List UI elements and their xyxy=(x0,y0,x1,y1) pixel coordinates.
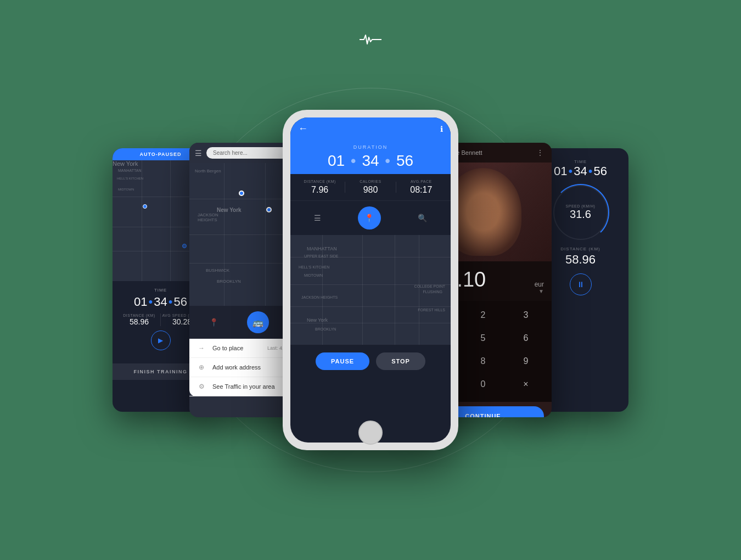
cp-road-h3 xyxy=(290,306,451,307)
cp-midtown: MIDTOWN xyxy=(304,273,323,277)
cp-pace-stat: AVG.PACE 08:17 xyxy=(396,180,446,195)
road-v2 xyxy=(170,160,171,281)
lm-arrow-icon: → xyxy=(197,344,206,352)
cp-road-v2 xyxy=(362,235,363,345)
fl-hells-kitchen: HELL'S KITCHEN xyxy=(117,177,143,180)
cp-map: MANHATTAN UPPER EAST SIDE HELL'S KITCHEN… xyxy=(290,235,451,345)
lm-bushwick: BUSHWICK xyxy=(206,268,229,273)
fr-speed-gauge: SPEED (KM/H) 31.6 xyxy=(553,185,608,240)
pause-button[interactable]: PAUSE xyxy=(316,352,369,370)
cp-brooklyn: BROOKLYN xyxy=(315,327,336,331)
lm-add-work-label: Add work address xyxy=(212,364,261,371)
cp-college-point: COLLEGE POINT xyxy=(414,284,445,288)
phone-center: ← ℹ DURATION 01 • 34 • 56 DISTANCE (KM) … xyxy=(283,110,458,450)
lm-new-york-label: New York xyxy=(217,207,242,213)
lm-traffic-icon: ⚙ xyxy=(197,383,206,390)
lm-brooklyn: BROOKLYN xyxy=(217,279,241,284)
cp-road-v4 xyxy=(419,235,419,345)
rp-key-9[interactable]: 9 xyxy=(512,351,540,371)
lm-road-v2 xyxy=(265,163,266,306)
rp-currency-code[interactable]: eur xyxy=(535,281,544,288)
cp-hells-kitchen: HELL'S KITCHEN xyxy=(299,265,329,269)
cp-duration: DURATION 01 • 34 • 56 xyxy=(290,140,451,174)
cp-jackson: JACKSON HEIGHTS xyxy=(301,295,338,299)
lm-pin2 xyxy=(266,207,272,212)
cp-location-active[interactable]: 📍 xyxy=(358,206,381,229)
lm-car-active[interactable]: 🚌 xyxy=(247,311,269,333)
rp-key-delete[interactable]: × xyxy=(512,374,540,394)
cp-list-icon[interactable]: ☰ xyxy=(314,214,321,222)
cp-manhattan: MANHATTAN xyxy=(307,246,337,251)
cp-duration-label: DURATION xyxy=(295,144,446,150)
lm-jackson: JACKSONHEIGHTS xyxy=(198,212,218,222)
lm-work-icon: ⊕ xyxy=(197,363,206,371)
fl-dot2 xyxy=(182,244,187,248)
cp-search-icon[interactable]: 🔍 xyxy=(418,214,427,222)
stop-button[interactable]: STOP xyxy=(376,352,425,370)
cp-road-v3 xyxy=(395,235,395,345)
cp-road-h4 xyxy=(290,323,451,323)
hamburger-icon[interactable]: ☰ xyxy=(195,149,202,158)
fl-distance-block: DISTANCE (KM) 58.96 xyxy=(118,313,160,326)
rp-more-icon[interactable]: ⋮ xyxy=(536,148,544,157)
cp-toolbar: ☰ 📍 🔍 xyxy=(290,200,451,235)
phone-home-button[interactable] xyxy=(358,421,383,445)
cp-stats-bar: DISTANCE (KM) 7.96 CALORIES 980 AVG.PACE… xyxy=(290,174,451,200)
cp-upper-east: UPPER EAST SIDE xyxy=(304,254,339,258)
cp-forest-hills: FOREST HILLS xyxy=(418,308,445,312)
cp-info-icon[interactable]: ℹ xyxy=(440,125,443,133)
cp-new-york: New York xyxy=(307,317,328,323)
fr-pause-button[interactable]: ⏸ xyxy=(570,273,592,295)
cp-distance-stat: DISTANCE (KM) 7.96 xyxy=(295,180,345,195)
cp-flushing: FLUSHING xyxy=(423,290,442,294)
rp-currency-arrow: ▼ xyxy=(538,288,544,294)
fl-dot1 xyxy=(143,204,147,209)
rp-currency-block: eur ▼ xyxy=(535,281,544,294)
fl-manhattan-label: MANHATTAN xyxy=(118,169,142,172)
cp-calories-stat: CALORIES 980 xyxy=(345,180,395,195)
lm-go-to-place-label: Go to place xyxy=(212,345,243,351)
cp-duration-value: 01 • 34 • 56 xyxy=(295,152,446,170)
cp-back-icon[interactable]: ← xyxy=(298,123,308,135)
rp-key-8[interactable]: 8 xyxy=(469,351,497,371)
heartbeat-icon xyxy=(360,33,381,48)
rp-key-0[interactable]: 0 xyxy=(469,374,497,394)
rp-key-5[interactable]: 5 xyxy=(469,328,497,348)
fl-play-button[interactable]: ▶ xyxy=(151,331,171,350)
cp-buttons: PAUSE STOP xyxy=(290,345,451,378)
rp-key-2[interactable]: 2 xyxy=(469,305,497,325)
rp-key-6[interactable]: 6 xyxy=(512,328,540,348)
lm-traffic-label: See Traffic in your area xyxy=(212,383,275,390)
phone-inner-screen: ← ℹ DURATION 01 • 34 • 56 DISTANCE (KM) … xyxy=(290,117,451,443)
rp-key-3[interactable]: 3 xyxy=(512,305,540,325)
fr-speed-label: SPEED (KM/H) xyxy=(566,204,596,208)
lm-pin1 xyxy=(239,191,244,196)
cp-header: ← ℹ xyxy=(290,117,451,140)
lm-location-icon[interactable]: 📍 xyxy=(209,318,218,327)
fl-midtown: MIDTOWN xyxy=(118,188,134,191)
lm-road-v1 xyxy=(224,163,224,306)
screens-container: AUTO-PAUSED MANHATTAN HELL'S KITCHEN MID… xyxy=(124,93,618,467)
lm-north-bergen: North Bergen xyxy=(195,169,221,173)
fr-speed-value: 31.6 xyxy=(570,208,591,221)
